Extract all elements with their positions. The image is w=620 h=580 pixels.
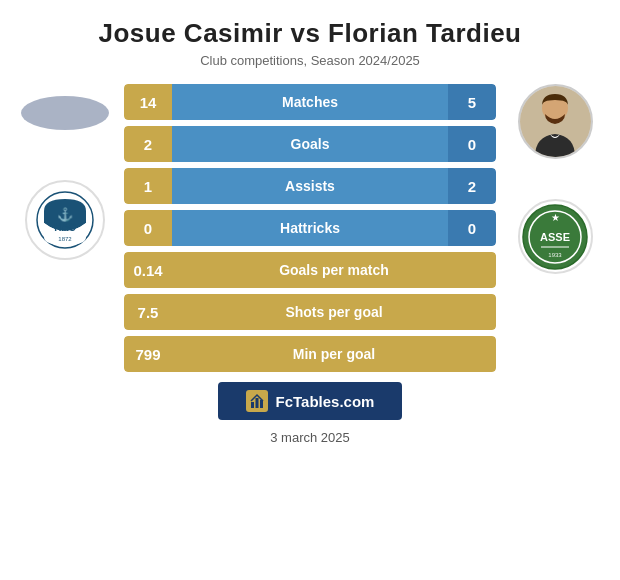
svg-text:HAC: HAC [54, 222, 76, 233]
matches-right-val: 5 [448, 84, 496, 120]
goals-left-val: 2 [124, 126, 172, 162]
player-avatar-svg [520, 86, 591, 157]
right-side: ★ ASSE 1933 [500, 84, 610, 274]
assists-left-val: 1 [124, 168, 172, 204]
hac-logo-svg: HAC 1872 ⚓ [34, 189, 96, 251]
stat-row-goals: 2 Goals 0 [124, 126, 496, 162]
page-container: Josue Casimir vs Florian Tardieu Club co… [0, 0, 620, 580]
footer-date: 3 march 2025 [270, 430, 350, 445]
stat-row-goals-per-match: 0.14 Goals per match [124, 252, 496, 288]
stat-row-hattricks: 0 Hattricks 0 [124, 210, 496, 246]
shots-per-goal-label: Shots per goal [172, 294, 496, 330]
matches-left-val: 14 [124, 84, 172, 120]
stats-area: 14 Matches 5 2 Goals 0 1 Assists 2 0 Hat… [120, 84, 500, 372]
stat-row-shots-per-goal: 7.5 Shots per goal [124, 294, 496, 330]
goals-label: Goals [172, 126, 448, 162]
hattricks-left-val: 0 [124, 210, 172, 246]
fctables-icon [246, 390, 268, 412]
fctables-icon-svg [248, 392, 266, 410]
left-side: HAC 1872 ⚓ [10, 84, 120, 260]
header: Josue Casimir vs Florian Tardieu Club co… [0, 0, 620, 74]
fctables-text: FcTables.com [276, 393, 375, 410]
page-subtitle: Club competitions, Season 2024/2025 [20, 53, 600, 68]
assists-label: Assists [172, 168, 448, 204]
hattricks-label: Hattricks [172, 210, 448, 246]
svg-rect-14 [255, 398, 258, 408]
svg-text:ASSE: ASSE [540, 231, 570, 243]
min-per-goal-val: 799 [124, 336, 172, 372]
hac-logo-circle: HAC 1872 ⚓ [25, 180, 105, 260]
assists-right-val: 2 [448, 168, 496, 204]
min-per-goal-label: Min per goal [172, 336, 496, 372]
stat-row-min-per-goal: 799 Min per goal [124, 336, 496, 372]
stat-row-matches: 14 Matches 5 [124, 84, 496, 120]
asse-logo-circle: ★ ASSE 1933 [518, 199, 593, 274]
shots-per-goal-val: 7.5 [124, 294, 172, 330]
josue-player-placeholder [21, 96, 109, 130]
main-content: HAC 1872 ⚓ 14 Matches 5 2 Goals 0 [0, 74, 620, 372]
svg-text:★: ★ [551, 212, 560, 223]
matches-label: Matches [172, 84, 448, 120]
fctables-badge: FcTables.com [218, 382, 403, 420]
svg-rect-13 [251, 402, 254, 408]
goals-per-match-val: 0.14 [124, 252, 172, 288]
asse-logo-svg: ★ ASSE 1933 [521, 203, 589, 271]
stat-row-assists: 1 Assists 2 [124, 168, 496, 204]
hattricks-right-val: 0 [448, 210, 496, 246]
svg-text:⚓: ⚓ [57, 206, 74, 223]
florian-player-circle [518, 84, 593, 159]
svg-text:1872: 1872 [58, 236, 72, 242]
svg-text:1933: 1933 [548, 252, 562, 258]
goals-per-match-label: Goals per match [172, 252, 496, 288]
goals-right-val: 0 [448, 126, 496, 162]
footer-section: FcTables.com 3 march 2025 [0, 382, 620, 445]
page-title: Josue Casimir vs Florian Tardieu [20, 18, 600, 49]
